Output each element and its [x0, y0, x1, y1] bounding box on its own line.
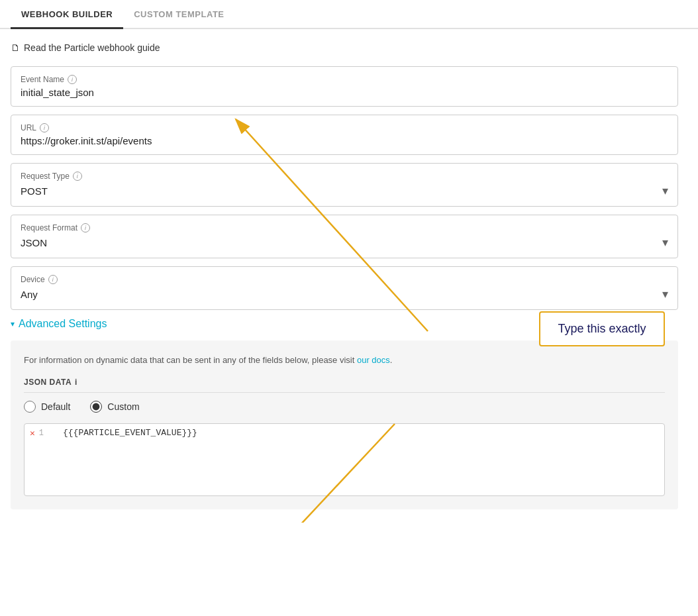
request-format-value: JSON — [21, 237, 662, 248]
radio-group: Default Custom — [24, 401, 665, 413]
tab-webhook-builder[interactable]: WEBHOOK BUILDER — [11, 0, 123, 29]
advanced-settings-label: Advanced Settings — [19, 318, 107, 330]
radio-default[interactable]: Default — [24, 401, 70, 413]
event-name-info-icon[interactable]: i — [68, 75, 77, 84]
url-field: URL i — [11, 115, 678, 155]
event-name-input[interactable] — [21, 87, 668, 98]
device-info-icon[interactable]: i — [48, 275, 58, 284]
tab-custom-template[interactable]: CUSTOM TEMPLATE — [123, 0, 234, 29]
json-data-info-icon[interactable]: i — [75, 378, 77, 387]
code-line-number: 1 — [39, 429, 44, 438]
request-format-info-icon[interactable]: i — [81, 223, 90, 232]
guide-link-text: Read the Particle webhook guide — [24, 42, 160, 53]
radio-default-label: Default — [41, 401, 70, 412]
main-content: 🗋 Read the Particle webhook guide Event … — [0, 29, 689, 523]
code-line-1: ✕ 1 {{{PARTICLE_EVENT_VALUE}}} — [25, 424, 664, 442]
code-delete-icon[interactable]: ✕ — [30, 428, 35, 438]
request-format-label: Request Format i — [21, 223, 668, 232]
device-field: Device i Any ▾ — [11, 266, 678, 310]
code-gutter: ✕ 1 — [30, 428, 63, 438]
request-type-value: POST — [21, 185, 662, 197]
guide-link[interactable]: 🗋 Read the Particle webhook guide — [11, 42, 678, 53]
docs-link[interactable]: our docs — [357, 355, 390, 365]
request-type-dropdown-icon[interactable]: ▾ — [662, 183, 668, 198]
url-info-icon[interactable]: i — [40, 123, 49, 132]
document-icon: 🗋 — [11, 42, 20, 53]
code-content[interactable]: {{{PARTICLE_EVENT_VALUE}}} — [63, 428, 659, 438]
event-name-label: Event Name i — [21, 75, 668, 84]
tab-bar: WEBHOOK BUILDER CUSTOM TEMPLATE — [0, 0, 698, 29]
advanced-settings-toggle[interactable]: ▾ Advanced Settings — [11, 318, 678, 330]
url-input[interactable] — [21, 135, 668, 146]
device-value: Any — [21, 289, 662, 300]
radio-custom[interactable]: Custom — [90, 401, 139, 413]
request-format-dropdown-icon[interactable]: ▾ — [662, 235, 668, 250]
request-type-select-wrapper: POST ▾ — [21, 183, 668, 198]
request-type-label: Request Type i — [21, 172, 668, 181]
event-name-field: Event Name i — [11, 66, 678, 107]
advanced-panel: For information on dynamic data that can… — [11, 340, 678, 509]
radio-custom-label: Custom — [107, 401, 139, 412]
advanced-chevron-icon: ▾ — [11, 319, 15, 329]
code-area[interactable] — [25, 442, 664, 495]
advanced-info-text: For information on dynamic data that can… — [24, 354, 665, 367]
request-type-info-icon[interactable]: i — [73, 172, 82, 181]
request-format-field: Request Format i JSON ▾ — [11, 215, 678, 258]
url-label: URL i — [21, 123, 668, 132]
annotation-container: ▾ Advanced Settings For information on d… — [11, 318, 678, 509]
radio-custom-input[interactable] — [90, 401, 102, 413]
json-data-label: JSON DATA i — [24, 378, 665, 393]
request-format-select-wrapper: JSON ▾ — [21, 235, 668, 250]
request-type-field: Request Type i POST ▾ — [11, 163, 678, 207]
device-label: Device i — [21, 275, 668, 284]
code-editor: ✕ 1 {{{PARTICLE_EVENT_VALUE}}} — [24, 423, 665, 496]
radio-default-input[interactable] — [24, 401, 36, 413]
device-dropdown-icon[interactable]: ▾ — [662, 287, 668, 301]
device-select-wrapper: Any ▾ — [21, 287, 668, 301]
